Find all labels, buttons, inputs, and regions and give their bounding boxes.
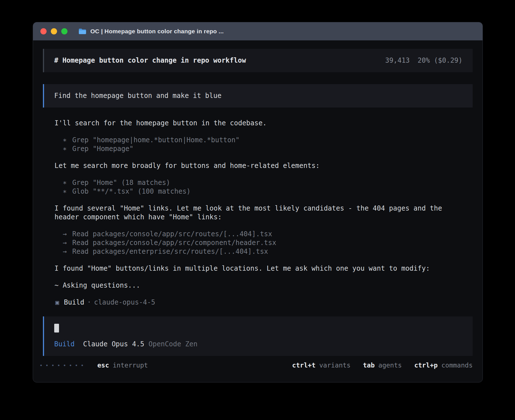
tool-call-text: Glob "**/*.tsx" (100 matches): [72, 187, 191, 195]
status-bar-shortcuts: ctrl+tvariantstabagentsctrl+pcommands: [292, 361, 473, 370]
shortcut-key: tab: [363, 361, 375, 370]
shortcut-key: ctrl+t: [292, 361, 316, 370]
tool-call: ∗Grep "Homepage": [63, 145, 473, 153]
tool-call-text: Grep "Homepage": [72, 145, 134, 153]
agent-separator: ·: [87, 298, 91, 307]
assistant-text: Let me search more broadly for buttons a…: [54, 161, 468, 170]
shortcut-label: variants: [319, 361, 351, 370]
terminal-content: # Homepage button color change in repo w…: [33, 40, 483, 382]
agent-model: claude-opus-4-5: [94, 298, 155, 307]
window-controls: [40, 28, 72, 34]
tool-call-group: ∗Grep "homepage|home.*button|Home.*butto…: [63, 136, 473, 153]
tool-prefix-icon: →: [63, 239, 72, 247]
shortcut-hint: ctrl+tvariants: [292, 361, 351, 370]
assistant-text: I found "Home" buttons/links in multiple…: [54, 264, 468, 273]
shortcut-label: agents: [378, 361, 402, 370]
esc-action-label: interrupt: [113, 361, 148, 370]
terminal-window: OC | Homepage button color change in rep…: [33, 22, 483, 382]
assistant-response: I'll search for the homepage button in t…: [43, 119, 473, 290]
tool-call-group: ∗Grep "Home" (18 matches)∗Glob "**/*.tsx…: [63, 178, 473, 196]
window-titlebar[interactable]: OC | Homepage button color change in rep…: [33, 22, 483, 40]
spinner-dots: ••••••••: [40, 361, 87, 370]
session-title: # Homepage button color change in repo w…: [54, 56, 246, 65]
shortcut-hint: ctrl+pcommands: [414, 361, 473, 370]
agent-name: Build: [64, 298, 84, 307]
input-mode-line: Build Claude Opus 4.5 OpenCode Zen: [54, 340, 462, 349]
tool-call: ∗Grep "homepage|home.*button|Home.*butto…: [63, 136, 473, 145]
tool-prefix-icon: ∗: [63, 187, 72, 196]
minimize-window-button[interactable]: [51, 28, 57, 34]
tool-call: ∗Grep "Home" (18 matches): [63, 178, 473, 187]
text-cursor: [54, 324, 59, 333]
assistant-text: ~ Asking questions...: [54, 281, 468, 290]
assistant-text: I'll search for the homepage button in t…: [54, 119, 468, 128]
shortcut-label: commands: [441, 361, 473, 370]
prompt-input[interactable]: Build Claude Opus 4.5 OpenCode Zen: [43, 316, 473, 356]
window-title: OC | Homepage button color change in rep…: [90, 28, 224, 35]
tool-call-group: →Read packages/console/app/src/routes/[.…: [63, 230, 473, 256]
tool-call: →Read packages/console/app/src/routes/[.…: [63, 230, 473, 239]
tool-call-text: Read packages/console/app/src/component/…: [72, 239, 276, 247]
folder-icon: [78, 28, 86, 35]
tool-call-text: Grep "Home" (18 matches): [72, 179, 170, 187]
context-cost: 20% ($0.29): [418, 56, 462, 65]
token-count: 39,413: [385, 56, 410, 65]
session-stats: 39,413 20% ($0.29): [385, 56, 462, 65]
close-window-button[interactable]: [40, 28, 47, 34]
shortcut-key: ctrl+p: [414, 361, 438, 370]
input-model-label[interactable]: Claude Opus 4.5: [83, 340, 144, 349]
tool-call-text: Read packages/enterprise/src/routes/[...…: [72, 248, 268, 255]
esc-key-hint: esc: [97, 361, 109, 370]
assistant-text: I found several "Home" links. Let me loo…: [54, 204, 468, 222]
tool-call: →Read packages/console/app/src/component…: [63, 239, 473, 247]
tool-call: ∗Glob "**/*.tsx" (100 matches): [63, 187, 473, 196]
input-agent-label[interactable]: Build: [54, 340, 75, 349]
tool-prefix-icon: →: [63, 230, 72, 239]
input-provider-label: OpenCode Zen: [149, 340, 197, 349]
tool-prefix-icon: ∗: [63, 178, 72, 187]
user-message: Find the homepage button and make it blu…: [43, 84, 473, 108]
shortcut-hint: tabagents: [363, 361, 402, 370]
tool-prefix-icon: →: [63, 247, 72, 256]
user-message-text: Find the homepage button and make it blu…: [54, 92, 221, 100]
tool-call-text: Read packages/console/app/src/routes/[..…: [72, 230, 272, 238]
session-header: # Homepage button color change in repo w…: [43, 49, 473, 72]
tool-prefix-icon: ∗: [63, 145, 72, 153]
tool-prefix-icon: ∗: [63, 136, 72, 145]
status-bar-left: •••••••• esc interrupt: [40, 361, 148, 370]
status-bar: •••••••• esc interrupt ctrl+tvariantstab…: [40, 361, 473, 370]
zoom-window-button[interactable]: [61, 28, 67, 34]
tool-call: →Read packages/enterprise/src/routes/[..…: [63, 247, 473, 256]
tool-call-text: Grep "homepage|home.*button|Home.*button…: [72, 136, 239, 144]
agent-icon: ▣: [55, 298, 59, 307]
agent-status-line: ▣ Build · claude-opus-4-5: [55, 298, 473, 307]
